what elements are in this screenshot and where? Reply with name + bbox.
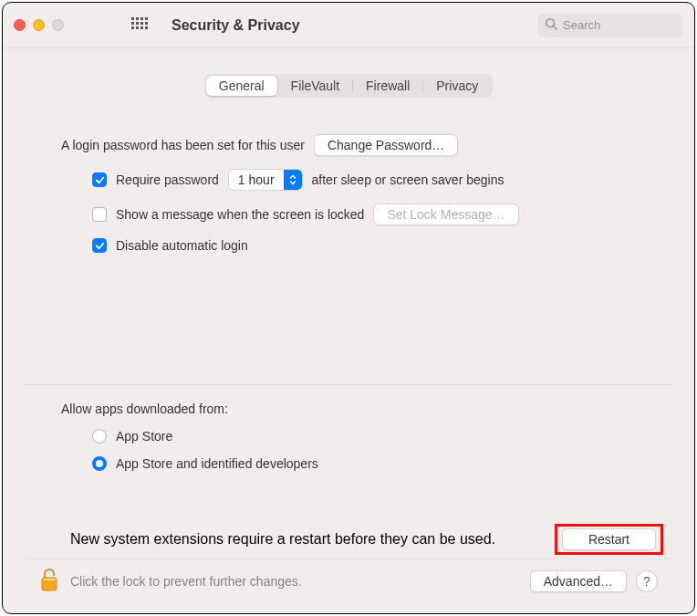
tab-general[interactable]: General [206, 76, 277, 96]
allow-appstore-radio[interactable] [92, 429, 107, 444]
svg-rect-15 [43, 579, 56, 580]
allow-appstore-label: App Store [116, 429, 172, 444]
allow-apps-title: Allow apps downloaded from: [61, 402, 228, 416]
lock-text: Click the lock to prevent further change… [70, 574, 302, 589]
disable-autologin-label: Disable automatic login [116, 238, 248, 253]
require-password-label: Require password [116, 172, 219, 187]
svg-rect-3 [145, 17, 148, 20]
password-set-text: A login password has been set for this u… [61, 138, 305, 152]
allow-identified-radio[interactable] [92, 456, 107, 471]
svg-line-13 [554, 26, 557, 29]
password-delay-suffix: after sleep or screen saver begins [312, 172, 505, 187]
login-section: A login password has been set for this u… [25, 134, 672, 266]
tab-firewall[interactable]: Firewall [353, 76, 422, 96]
allow-apps-section: Allow apps downloaded from: App Store Ap… [25, 402, 672, 484]
allow-identified-label: App Store and identified developers [116, 456, 318, 471]
advanced-button[interactable]: Advanced… [530, 570, 627, 592]
search-icon [545, 17, 557, 34]
svg-rect-4 [131, 22, 134, 25]
svg-rect-8 [131, 26, 134, 29]
set-lock-message-button: Set Lock Message… [373, 204, 518, 225]
svg-rect-5 [136, 22, 139, 25]
svg-rect-1 [136, 17, 139, 20]
password-delay-value: 1 hour [229, 172, 284, 187]
restart-button[interactable]: Restart [562, 528, 656, 550]
svg-rect-10 [140, 26, 143, 29]
content-area: General FileVault Firewall Privacy A log… [3, 48, 694, 613]
close-window-button[interactable] [14, 19, 26, 31]
search-field[interactable] [537, 14, 683, 37]
svg-rect-7 [145, 22, 148, 25]
search-input[interactable] [563, 18, 695, 32]
footer: Click the lock to prevent further change… [25, 559, 672, 604]
restart-highlight: Restart [555, 524, 663, 555]
tab-bar: General FileVault Firewall Privacy [204, 74, 493, 98]
svg-rect-0 [131, 17, 134, 20]
window-controls [14, 19, 64, 31]
tab-filevault[interactable]: FileVault [278, 76, 352, 96]
minimize-window-button[interactable] [33, 19, 45, 31]
zoom-window-button [52, 19, 64, 31]
titlebar: Security & Privacy [3, 3, 694, 48]
chevron-updown-icon [284, 170, 302, 190]
svg-rect-11 [145, 26, 148, 29]
disable-autologin-checkbox[interactable] [92, 238, 107, 253]
show-message-label: Show a message when the screen is locked [116, 207, 364, 222]
preferences-window: Security & Privacy General FileVault Fir… [2, 2, 695, 614]
nav-arrows [88, 17, 102, 34]
svg-rect-9 [136, 26, 139, 29]
svg-rect-2 [140, 17, 143, 20]
help-button[interactable]: ? [636, 570, 658, 592]
show-message-checkbox[interactable] [92, 207, 107, 222]
lock-icon[interactable] [39, 567, 59, 595]
tab-privacy[interactable]: Privacy [423, 76, 491, 96]
svg-rect-6 [140, 22, 143, 25]
password-delay-select[interactable]: 1 hour [228, 169, 303, 191]
divider [25, 384, 672, 385]
extensions-message: New system extensions require a restart … [70, 531, 495, 548]
require-password-checkbox[interactable] [92, 172, 107, 187]
extensions-restart-row: New system extensions require a restart … [25, 524, 672, 555]
show-all-icon[interactable] [131, 17, 148, 34]
window-title: Security & Privacy [172, 17, 300, 34]
change-password-button[interactable]: Change Password… [314, 134, 458, 156]
